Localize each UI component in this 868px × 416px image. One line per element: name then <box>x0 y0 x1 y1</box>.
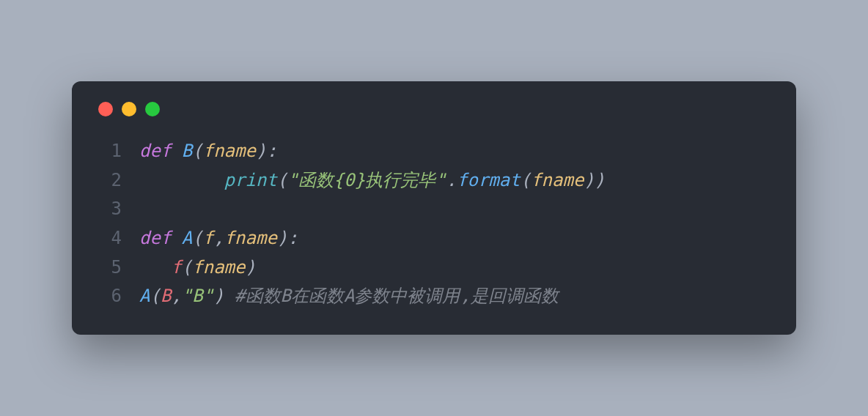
code-content: print("函数{0}执行完毕".format(fname)) <box>139 166 605 196</box>
line-number: 6 <box>95 282 122 311</box>
line-number: 4 <box>95 224 122 253</box>
close-icon[interactable] <box>98 102 113 116</box>
code-line: 6 A(B,"B") #函数B在函数A参数中被调用,是回调函数 <box>95 282 773 311</box>
code-line: 5 f(fname) <box>95 253 773 283</box>
line-number: 3 <box>95 195 122 224</box>
code-line: 1 def B(fname): <box>95 137 773 166</box>
line-number: 5 <box>95 253 122 283</box>
code-content: f(fname) <box>139 253 256 283</box>
code-window: 1 def B(fname): 2 print("函数{0}执行完毕".form… <box>72 81 796 335</box>
code-content: def A(f,fname): <box>139 224 298 253</box>
line-number: 2 <box>95 166 122 196</box>
line-number: 1 <box>95 137 122 166</box>
code-content: A(B,"B") #函数B在函数A参数中被调用,是回调函数 <box>139 282 559 311</box>
code-content: def B(fname): <box>139 137 277 166</box>
minimize-icon[interactable] <box>122 102 136 116</box>
maximize-icon[interactable] <box>145 102 160 116</box>
code-area: 1 def B(fname): 2 print("函数{0}执行完毕".form… <box>95 137 773 311</box>
code-line: 4 def A(f,fname): <box>95 224 773 253</box>
traffic-lights <box>98 102 773 116</box>
code-line: 2 print("函数{0}执行完毕".format(fname)) <box>95 166 773 196</box>
code-line: 3 <box>95 195 773 224</box>
